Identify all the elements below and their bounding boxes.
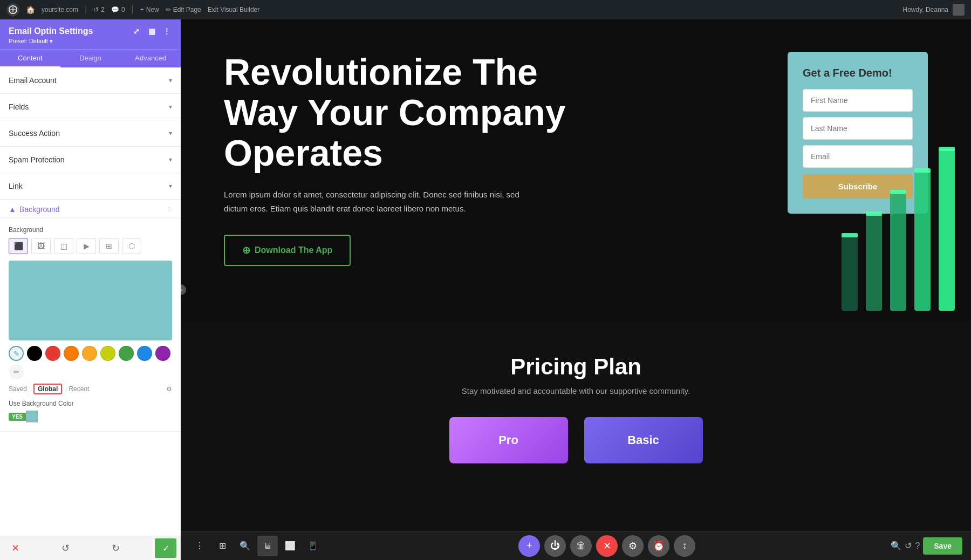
tab-design[interactable]: Design	[60, 50, 121, 67]
use-bg-color-label: Use Background Color	[9, 400, 74, 407]
more-icon[interactable]: ⋮	[161, 26, 172, 37]
pricing-card-basic: Basic	[584, 417, 703, 463]
redo-button[interactable]: ↻	[105, 538, 126, 558]
pricing-card-pro: Pro	[449, 417, 568, 463]
color-settings-icon[interactable]: ⚙	[166, 385, 172, 393]
comments-counter[interactable]: 💬 0	[111, 6, 125, 13]
updates-counter[interactable]: ↺ 2	[93, 6, 105, 13]
toolbar-history-button[interactable]: ⏰	[648, 535, 669, 557]
panel-content: Email Account ▾ Fields ▾ Success Action …	[0, 67, 181, 536]
color-swatches: ✎ ✏	[9, 346, 172, 379]
bg-type-gradient[interactable]: ◫	[54, 238, 73, 254]
swatch-yellow-green[interactable]	[100, 346, 115, 361]
topbar-right: Howdy, Deanna	[903, 4, 965, 16]
toolbar-left: ⋮ ⊞ 🔍 🖥 ⬜ 📱	[189, 536, 323, 556]
svg-rect-3	[890, 192, 906, 311]
toggle-color-box[interactable]	[26, 411, 38, 422]
panel-preset[interactable]: Preset: Default ▾	[9, 38, 172, 45]
site-name[interactable]: yoursite.com	[42, 6, 78, 13]
swatch-green[interactable]	[119, 346, 134, 361]
search-icon[interactable]: 🔍	[891, 541, 901, 551]
svg-rect-9	[914, 168, 931, 173]
toolbar-tablet-icon[interactable]: ⬜	[280, 536, 300, 556]
download-app-button[interactable]: ⊕ Download The App	[224, 235, 351, 266]
toolbar-grid-icon[interactable]: ⊞	[212, 536, 233, 556]
svg-rect-7	[866, 211, 882, 216]
accordion-spam-protection: Spam Protection ▾	[0, 147, 181, 173]
accordion-background: ▲ Background ⋮ Background ⬛ 🖼 ◫ ▶	[0, 200, 181, 432]
svg-rect-10	[939, 147, 955, 151]
eyedropper-tool[interactable]: ✎	[9, 346, 24, 361]
color-preview[interactable]	[9, 261, 172, 340]
spam-protection-label: Spam Protection	[9, 155, 65, 164]
background-more-icon[interactable]: ⋮	[166, 206, 172, 213]
demo-form-title: Get a Free Demo!	[803, 67, 913, 79]
admin-icon[interactable]: 🏠	[26, 5, 35, 14]
hero-chart-area	[788, 106, 971, 322]
toolbar-right: 🔍 ↺ ? Save	[891, 537, 962, 555]
swatch-blue[interactable]	[137, 346, 152, 361]
toolbar-settings-button[interactable]: ⚙	[622, 535, 644, 557]
howdy-text: Howdy, Deanna	[903, 6, 949, 13]
pricing-section: Pricing Plan Stay motivated and accounta…	[181, 322, 971, 496]
save-button[interactable]: Save	[923, 537, 962, 555]
layout-icon[interactable]: ▦	[146, 26, 157, 37]
accordion-email-account: Email Account ▾	[0, 67, 181, 94]
swatch-orange[interactable]	[64, 346, 79, 361]
hero-title: Revolutionize The Way Your Company Opera…	[224, 52, 601, 173]
confirm-button[interactable]: ✓	[155, 538, 176, 558]
color-tabs: Saved Global Recent ⚙	[9, 384, 172, 394]
bg-type-color[interactable]: ⬛	[9, 238, 28, 254]
panel-tabs: Content Design Advanced	[0, 49, 181, 67]
hero-section: Revolutionize The Way Your Company Opera…	[181, 19, 971, 322]
toolbar-sort-button[interactable]: ↕	[674, 535, 695, 557]
pricing-title: Pricing Plan	[224, 354, 928, 380]
swatch-yellow[interactable]	[82, 346, 97, 361]
swatch-red[interactable]	[45, 346, 60, 361]
swatch-black[interactable]	[27, 346, 42, 361]
toolbar-close-button[interactable]: ✕	[596, 535, 618, 557]
toggle-yes[interactable]: YES	[9, 413, 26, 421]
color-tab-recent[interactable]: Recent	[69, 385, 89, 393]
svg-rect-2	[866, 214, 882, 311]
cancel-button[interactable]: ✕	[4, 538, 26, 558]
bg-type-pattern[interactable]: ⊞	[99, 238, 119, 254]
link-label: Link	[9, 182, 23, 190]
tab-content[interactable]: Content	[0, 50, 60, 67]
toolbar-mobile-icon[interactable]: 📱	[303, 536, 323, 556]
wp-logo	[6, 3, 19, 16]
fullscreen-icon[interactable]: ⤢	[131, 26, 142, 37]
help-icon[interactable]: ?	[915, 541, 920, 551]
success-action-header[interactable]: Success Action ▾	[0, 120, 181, 146]
exit-visual-builder[interactable]: Exit Visual Builder	[208, 6, 260, 13]
toolbar-delete-button[interactable]: 🗑	[570, 535, 592, 557]
toolbar-search-icon[interactable]: 🔍	[235, 536, 255, 556]
undo-button[interactable]: ↺	[54, 538, 76, 558]
svg-rect-6	[842, 233, 858, 237]
email-account-header[interactable]: Email Account ▾	[0, 67, 181, 93]
color-tab-global[interactable]: Global	[33, 384, 62, 394]
spam-protection-header[interactable]: Spam Protection ▾	[0, 147, 181, 173]
bg-type-image[interactable]: 🖼	[31, 238, 51, 254]
color-tab-saved[interactable]: Saved	[9, 385, 27, 393]
tab-advanced[interactable]: Advanced	[120, 50, 181, 67]
toolbar-desktop-icon[interactable]: 🖥	[257, 536, 278, 556]
pricing-cards-row: Pro Basic	[224, 417, 928, 463]
new-button[interactable]: + New	[140, 6, 159, 13]
spam-protection-chevron: ▾	[169, 156, 172, 163]
refresh-icon[interactable]: ↺	[905, 541, 912, 551]
fields-header[interactable]: Fields ▾	[0, 94, 181, 120]
toolbar-menu-icon[interactable]: ⋮	[189, 536, 210, 556]
bg-type-mask[interactable]: ⬡	[122, 238, 141, 254]
pencil-tool[interactable]: ✏	[9, 364, 24, 379]
toolbar-add-button[interactable]: +	[518, 535, 540, 557]
link-header[interactable]: Link ▾	[0, 173, 181, 199]
fields-label: Fields	[9, 103, 29, 111]
bg-type-video[interactable]: ▶	[77, 238, 96, 254]
swatch-purple[interactable]	[155, 346, 170, 361]
svg-rect-8	[890, 190, 906, 194]
background-section-body: Background ⬛ 🖼 ◫ ▶ ⊞ ⬡ ✎	[0, 217, 181, 431]
svg-rect-4	[914, 170, 931, 311]
edit-page-link[interactable]: ✏ Edit Page	[166, 6, 201, 13]
toolbar-power-button[interactable]: ⏻	[544, 535, 566, 557]
